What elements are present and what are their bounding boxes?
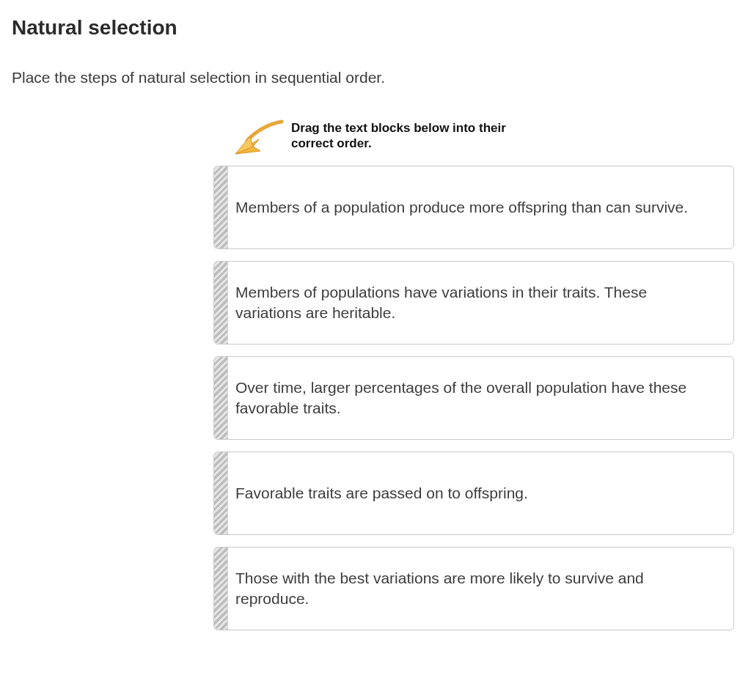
- drag-handle-icon[interactable]: [214, 357, 228, 439]
- sortable-item-body: Members of populations have variations i…: [228, 262, 733, 344]
- drag-handle-icon[interactable]: [214, 262, 228, 344]
- sortable-item-body: Members of a population produce more off…: [228, 166, 733, 248]
- sortable-item[interactable]: Members of populations have variations i…: [213, 261, 734, 345]
- page-container: Natural selection Place the steps of nat…: [0, 0, 751, 671]
- arrow-down-left-icon: [228, 119, 285, 160]
- drag-hint-text: Drag the text blocks below into their co…: [291, 120, 533, 152]
- sortable-item-body: Over time, larger percentages of the ove…: [228, 357, 733, 439]
- sortable-item-text: Those with the best variations are more …: [235, 568, 711, 610]
- sortable-item[interactable]: Members of a population produce more off…: [213, 166, 734, 249]
- sortable-item-body: Favorable traits are passed on to offspr…: [228, 452, 733, 534]
- sortable-item-text: Over time, larger percentages of the ove…: [235, 377, 711, 419]
- drag-hint: Drag the text blocks below into their co…: [213, 120, 734, 160]
- page-title: Natural selection: [12, 16, 739, 40]
- drag-handle-icon[interactable]: [214, 548, 228, 630]
- sortable-item[interactable]: Favorable traits are passed on to offspr…: [213, 452, 734, 535]
- sortable-item-text: Favorable traits are passed on to offspr…: [235, 483, 528, 504]
- sortable-item[interactable]: Those with the best variations are more …: [213, 547, 734, 630]
- drag-handle-icon[interactable]: [214, 452, 228, 534]
- ordering-activity: Drag the text blocks below into their co…: [213, 120, 734, 630]
- sortable-item-text: Members of populations have variations i…: [235, 282, 711, 324]
- sortable-item[interactable]: Over time, larger percentages of the ove…: [213, 356, 734, 440]
- sortable-item-text: Members of a population produce more off…: [235, 197, 688, 218]
- drag-handle-icon[interactable]: [214, 166, 228, 248]
- sortable-item-body: Those with the best variations are more …: [228, 548, 733, 630]
- activity-instructions: Place the steps of natural selection in …: [12, 69, 739, 86]
